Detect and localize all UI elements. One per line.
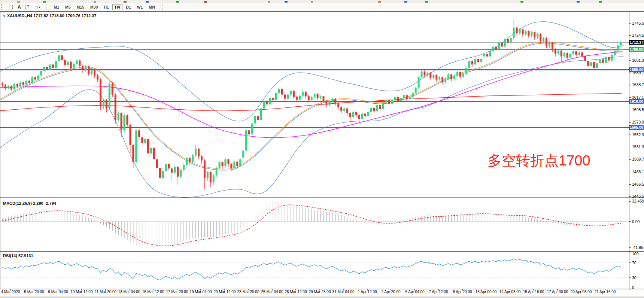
time-tick-label: 2 Apr 20:00: [381, 290, 401, 294]
price-tick-label: 1745.50: [632, 21, 644, 25]
time-tick-label: 7 Apr 12:00: [429, 290, 448, 294]
rsi-tick-label: 0: [632, 285, 634, 290]
svg-text:1610.00: 1610.00: [630, 100, 644, 104]
text-label-icon[interactable]: A: [18, 4, 21, 10]
time-tick-label: 29 Mar 23:00: [309, 290, 331, 294]
toolbar-icon-fragment: [94, 1, 96, 3]
time-tick-label: 5 Mar 20:00: [24, 290, 44, 294]
time-tick-label: 13 Mar 04:00: [118, 290, 140, 294]
time-tick-label: 20 Mar 12:00: [214, 290, 236, 294]
toolbar-icon-fragment: [311, 1, 313, 3]
rsi-value: 57.9131: [18, 253, 33, 258]
price-tick-label: 1638.70: [632, 82, 644, 87]
toolbar: F A T ↑↓▾ M1M5M15M30H1H4D1W1MN: [0, 3, 644, 12]
macd-tick-label: 0.00: [632, 219, 640, 224]
price-tick-label: 1466.50: [632, 182, 644, 186]
price-tick-label: 1509.70: [632, 157, 644, 161]
toolbar-icon-fragment: [176, 1, 179, 3]
timeframe-button-w1[interactable]: W1: [134, 4, 146, 10]
time-tick-label: 10 Mar 12:00: [71, 290, 93, 294]
time-tick-label: 31 Mar 04:00: [332, 290, 355, 294]
price-tick-label: 1573.90: [632, 120, 644, 124]
toolbar-icon-fragment: [43, 1, 46, 3]
timeframe-button-m15[interactable]: M15: [74, 4, 87, 10]
time-tick-label: 25 Mar 04:00: [261, 290, 283, 294]
time-tick-label: 8 Apr 20:00: [453, 290, 472, 294]
status-strip: [0, 297, 644, 298]
time-tick-label: 20 Apr 08:00: [571, 290, 592, 294]
rsi-name: RSI(14): [3, 253, 17, 258]
macd-tick-label: 32.459: [632, 199, 644, 203]
macd-indicator-label: MACD(12,26,9) 2.290 -2.794: [3, 201, 56, 206]
toolbar-icon-fragment: [204, 1, 207, 3]
timeframe-button-m1[interactable]: M1: [51, 4, 62, 10]
macd-tick-label: -41.95: [632, 245, 643, 250]
price-tick-label: 1681.30: [632, 58, 644, 63]
time-tick-label: 9 Mar 04:00: [48, 290, 68, 294]
toolbar-icon-fragment: [285, 1, 288, 3]
symbol-ohlc-line[interactable]: ▼XAUUSD-,H4 1717.82 1718.60 1709.76 1712…: [3, 13, 96, 18]
macd-name: MACD(12,26,9): [3, 201, 32, 206]
price-tick-label: 1617.10: [632, 95, 644, 100]
price-tick-label: 1445.50: [632, 194, 644, 198]
rsi-tick-label: 70: [632, 261, 637, 265]
time-tick-label: 14 Apr 08:00: [499, 290, 521, 294]
toolbar-separator: [162, 4, 163, 10]
toolbar-icon-fragment: [425, 1, 428, 3]
price-tick-label: 1724.50: [632, 33, 644, 37]
toolbar-icon-fragment: [520, 1, 523, 3]
time-tick-label: 26 Mar 12:00: [285, 290, 307, 294]
time-tick-label: 15 Apr 16:00: [523, 290, 544, 294]
toolbar-icon-fragment: [404, 1, 407, 3]
svg-text:1565.00: 1565.00: [630, 125, 644, 130]
chevron-down-icon[interactable]: ▼: [3, 15, 6, 18]
macd-values: 2.290 -2.794: [33, 201, 56, 206]
toolbar-icon-fragment: [146, 1, 149, 3]
toolbar-icon-fragment: [17, 1, 20, 3]
timeframe-button-d1[interactable]: D1: [123, 4, 133, 10]
chart-annotation-text: 多空转折点1700: [487, 151, 590, 170]
time-tick-label: 21 Apr 16:00: [595, 290, 616, 294]
toolbar-drag-handle[interactable]: [1, 4, 3, 10]
price-tick-label: 1531.30: [632, 145, 644, 149]
rsi-tick-label: 30: [632, 276, 637, 280]
timeframe-button-m30[interactable]: M30: [88, 4, 100, 10]
rsi-indicator-label: RSI(14) 57.9131: [3, 253, 33, 258]
price-tick-label: 1488.10: [632, 170, 644, 174]
price-tick-label: 1552.30: [632, 133, 644, 137]
time-tick-label: 6 Apr 04:00: [405, 290, 425, 294]
toolbar-icon-fragment: [599, 1, 602, 3]
chevron-down-icon[interactable]: ▾: [39, 6, 40, 9]
time-tick-label: 17 Mar 20:00: [166, 290, 188, 294]
time-tick-label: 19 Mar 04:00: [190, 290, 212, 294]
timeframe-button-h4[interactable]: H4: [112, 4, 122, 10]
svg-text:1712.37: 1712.37: [630, 40, 644, 45]
arrows-glyph: ↑↓: [35, 4, 38, 9]
rsi-tick-label: 100: [632, 252, 639, 256]
time-tick-label: 13 Apr 00:00: [476, 290, 497, 294]
timeframe-buttons: M1M5M15M30H1H4D1W1MN: [51, 3, 158, 9]
time-tick-label: 4 Mar 2020: [1, 290, 20, 294]
toolbar-icon-fragment: [124, 1, 127, 3]
timeframe-button-mn[interactable]: MN: [146, 4, 158, 10]
symbol-ohlc-text: XAUUSD-,H4 1717.82 1718.60 1709.76 1712.…: [7, 13, 97, 18]
textbox-icon[interactable]: T: [25, 5, 30, 9]
time-tick-label: 17 Apr 00:00: [547, 290, 568, 294]
svg-text:1665.00: 1665.00: [630, 68, 644, 72]
svg-text:1700.00: 1700.00: [630, 48, 644, 52]
time-tick-label: 16 Mar 12:00: [142, 290, 164, 294]
frame-tool-icon[interactable]: F: [8, 5, 13, 9]
time-tick-label: 11 Mar 20:00: [95, 290, 117, 294]
time-tick-label: 23 Mar 20:00: [237, 290, 259, 294]
toolbar-separator: [46, 4, 47, 10]
timeframe-button-m5[interactable]: M5: [63, 4, 73, 10]
price-tick-label: 1595.50: [632, 107, 644, 112]
toolbar-icon-fragment: [378, 1, 381, 3]
arrows-icon[interactable]: ↑↓▾: [35, 4, 40, 10]
timeframe-button-h1[interactable]: H1: [101, 4, 111, 10]
time-tick-label: 1 Apr 12:00: [358, 290, 377, 294]
toolbar-icon-fragment: [577, 1, 580, 3]
toolbar-icon-fragment: [268, 1, 270, 3]
